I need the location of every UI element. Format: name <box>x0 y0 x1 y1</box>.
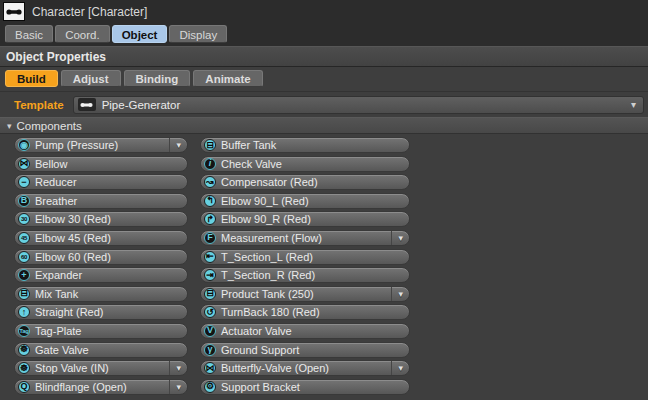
component-button[interactable]: ⊟Product Tank (250)▾ <box>200 286 410 302</box>
component-label: Elbow 30 (Red) <box>35 213 111 225</box>
pump-icon: ◉ <box>18 139 30 151</box>
actuator-valve-icon: V <box>204 325 216 337</box>
component-button[interactable]: ☸Stop Valve (IN)▾ <box>14 360 188 376</box>
chevron-down-icon[interactable]: ▾ <box>169 380 185 394</box>
component-button[interactable]: BBreather <box>14 193 188 209</box>
t-section-left-icon: ⇤ <box>204 251 216 263</box>
component-button[interactable]: ↑Straight (Red) <box>14 304 188 320</box>
gate-valve-hand-icon: ☸ <box>18 344 30 356</box>
window-title: Character [Character] <box>32 5 147 19</box>
tab-binding[interactable]: Binding <box>124 70 191 87</box>
component-button[interactable]: 45Elbow 45 (Red) <box>14 230 188 246</box>
component-label: Butterfly-Valve (Open) <box>221 362 329 374</box>
component-button[interactable]: FMeasurement (Flow)▾ <box>200 230 410 246</box>
template-dropdown[interactable]: Pipe-Generator ▾ <box>73 96 644 114</box>
component-label: Straight (Red) <box>35 306 103 318</box>
component-button[interactable]: ↺TurnBack 180 (Red) <box>200 304 410 320</box>
component-label: TurnBack 180 (Red) <box>221 306 320 318</box>
component-button[interactable]: ↱Elbow 90_R (Red) <box>200 211 410 227</box>
component-label: Stop Valve (IN) <box>35 362 109 374</box>
component-button[interactable]: ⇤T_Section_L (Red) <box>200 249 410 265</box>
elbow-90-right-icon: ↱ <box>204 213 216 225</box>
chevron-down-icon[interactable]: ▾ <box>631 99 636 110</box>
components-column-right: ⊟Buffer TankiCheck Valve↝Compensator (Re… <box>200 137 410 397</box>
component-label: Pump (Pressure) <box>35 139 118 151</box>
component-label: T_Section_R (Red) <box>221 269 315 281</box>
tab-object[interactable]: Object <box>112 25 168 43</box>
template-row: Template Pipe-Generator ▾ <box>0 92 648 117</box>
component-label: Reducer <box>35 176 77 188</box>
component-label: Elbow 60 (Red) <box>35 250 111 262</box>
components-group-header[interactable]: ▾ Components <box>0 117 648 134</box>
component-button[interactable]: ⋈Butterfly-Valve (Open)▾ <box>200 360 410 376</box>
component-button[interactable]: ⋈Bellow <box>14 156 188 172</box>
tab-adjust[interactable]: Adjust <box>61 70 121 87</box>
component-button[interactable]: ↝Compensator (Red) <box>200 174 410 190</box>
component-button[interactable]: ↰Elbow 90_L (Red) <box>200 193 410 209</box>
component-button[interactable]: ⇥T_Section_R (Red) <box>200 267 410 283</box>
component-label: Expander <box>35 269 82 281</box>
turnback-arrow-icon: ↺ <box>204 306 216 318</box>
tab-animate[interactable]: Animate <box>193 70 262 87</box>
component-label: Mix Tank <box>35 287 78 299</box>
component-label: Bellow <box>35 157 67 169</box>
component-button[interactable]: +Expander <box>14 267 188 283</box>
check-valve-info-icon: i <box>204 158 216 170</box>
buffer-tank-icon: ⊟ <box>204 139 216 151</box>
component-button[interactable]: iCheck Valve <box>200 156 410 172</box>
component-button[interactable]: VActuator Valve <box>200 323 410 339</box>
component-button[interactable]: ◉Pump (Pressure)▾ <box>14 137 188 153</box>
component-label: Elbow 90_L (Red) <box>221 194 309 206</box>
support-bracket-icon: ⚙ <box>204 381 216 393</box>
component-label: Check Valve <box>221 157 282 169</box>
template-value: Pipe-Generator <box>102 99 181 111</box>
component-button[interactable]: 30Elbow 30 (Red) <box>14 211 188 227</box>
component-button[interactable]: TagTag-Plate <box>14 323 188 339</box>
components-column-left: ◉Pump (Pressure)▾⋈Bellow−ReducerBBreathe… <box>14 137 188 397</box>
collapse-caret-icon[interactable]: ▾ <box>7 121 12 131</box>
component-label: Tag-Plate <box>35 324 81 336</box>
component-button[interactable]: γGround Support <box>200 342 410 358</box>
chevron-down-icon[interactable]: ▾ <box>169 138 185 152</box>
component-button[interactable]: ⚙Support Bracket <box>200 379 410 395</box>
chevron-down-icon[interactable]: ▾ <box>391 287 407 301</box>
chevron-down-icon[interactable]: ▾ <box>169 361 185 375</box>
t-section-right-icon: ⇥ <box>204 269 216 281</box>
component-label: Actuator Valve <box>221 324 292 336</box>
component-button[interactable]: ⊟Mix Tank <box>14 286 188 302</box>
blindflange-magnifier-icon: Q <box>18 381 30 393</box>
elbow-60-icon: 60 <box>18 251 30 263</box>
component-label: Breather <box>35 194 77 206</box>
window-titlebar: Character [Character] <box>0 0 648 23</box>
component-button[interactable]: ☸Gate Valve <box>14 342 188 358</box>
component-button[interactable]: QBlindflange (Open)▾ <box>14 379 188 395</box>
component-label: Compensator (Red) <box>221 176 318 188</box>
tab-display[interactable]: Display <box>169 25 227 43</box>
mix-tank-icon: ⊟ <box>18 288 30 300</box>
component-label: Support Bracket <box>221 380 300 392</box>
straight-arrow-icon: ↑ <box>18 306 30 318</box>
tab-build[interactable]: Build <box>5 70 58 87</box>
expander-icon: + <box>18 269 30 281</box>
component-button[interactable]: −Reducer <box>14 174 188 190</box>
pipe-generator-bone-icon <box>78 98 96 111</box>
character-bone-icon <box>3 2 25 21</box>
compensator-wave-icon: ↝ <box>204 176 216 188</box>
chevron-down-icon[interactable]: ▾ <box>391 231 407 245</box>
reducer-icon: − <box>18 176 30 188</box>
elbow-30-icon: 30 <box>18 213 30 225</box>
component-label: Elbow 90_R (Red) <box>221 213 311 225</box>
components-group-label: Components <box>17 120 82 132</box>
breather-icon: B <box>18 195 30 207</box>
chevron-down-icon[interactable]: ▾ <box>391 361 407 375</box>
tab-basic[interactable]: Basic <box>5 25 53 43</box>
component-label: Ground Support <box>221 343 299 355</box>
components-grid: ◉Pump (Pressure)▾⋈Bellow−ReducerBBreathe… <box>0 134 648 397</box>
mode-tabs: Build Adjust Binding Animate <box>0 67 648 92</box>
component-button[interactable]: ⊟Buffer Tank <box>200 137 410 153</box>
component-label: Gate Valve <box>35 343 89 355</box>
tab-coord[interactable]: Coord. <box>55 25 110 43</box>
stop-valve-hand-icon: ☸ <box>18 362 30 374</box>
component-button[interactable]: 60Elbow 60 (Red) <box>14 249 188 265</box>
elbow-45-icon: 45 <box>18 232 30 244</box>
